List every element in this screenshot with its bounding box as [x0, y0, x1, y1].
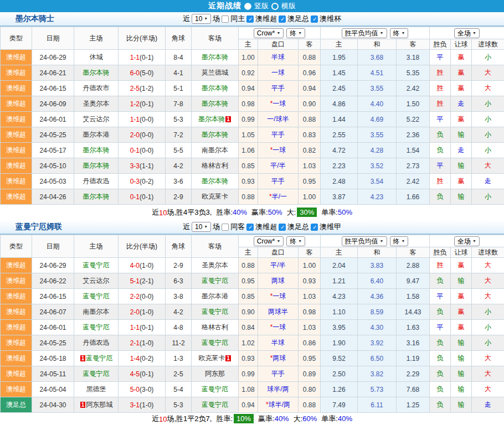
away-odds-cell: 0.95: [299, 351, 321, 366]
league-type-cell: 澳维超: [1, 351, 32, 366]
league1-label[interactable]: 澳维超: [255, 222, 277, 232]
league2-label[interactable]: 澳足总: [287, 222, 309, 232]
away-team-cell: 格林古利: [192, 320, 239, 335]
col-odds-home: 主: [239, 247, 258, 258]
result-cell: 负: [430, 304, 451, 320]
result-cell: 平: [430, 320, 451, 335]
bookmaker-select[interactable]: Crow*▼: [254, 28, 284, 38]
avg-draw-cell: 5.73: [358, 382, 397, 397]
col-score: 比分(半场): [119, 235, 166, 258]
stat-label: 赢率:: [258, 414, 275, 423]
odds-time-select[interactable]: 终▼: [286, 236, 305, 246]
fulltime-score: 6-0: [130, 69, 140, 77]
score-cell: 0-1(0-1): [119, 189, 166, 205]
home-odds-cell: 0.85: [239, 158, 258, 174]
team-name: 墨尔本骑: [202, 84, 228, 92]
goals-result-cell: 大: [472, 81, 504, 96]
league1-label[interactable]: 澳维超: [255, 14, 277, 24]
col-type: 类型: [1, 235, 32, 258]
table-row: 澳维超24-06-01蓝曼宁厄1-1(0-1)4-8格林古利0.84*一球1.0…: [1, 320, 504, 335]
away-odds-cell: 0.93: [299, 273, 321, 289]
recent-count-select[interactable]: 10▼: [192, 14, 211, 24]
league2-checkbox[interactable]: [279, 224, 286, 231]
league3-label[interactable]: 澳维甲: [320, 222, 341, 232]
away-team-cell: 墨尔本骑: [192, 127, 239, 143]
team2-summary: 近10场,胜1平2负7, 胜率:10%赢率:40%大:60%单率:40%: [0, 413, 504, 425]
league3-label[interactable]: 澳维杯: [320, 14, 341, 24]
home-team-cell: 墨尔本港: [74, 127, 119, 143]
chevron-down-icon: ▼: [472, 29, 476, 37]
league2-label[interactable]: 澳足总: [287, 14, 309, 24]
same-away-label[interactable]: 同客: [230, 222, 245, 232]
avg-home-cell: 1.45: [321, 65, 358, 81]
league-type-cell: 澳维超: [1, 258, 32, 273]
handicap-result-cell: 走: [451, 143, 472, 158]
team-name: 蓝曼宁厄: [202, 277, 228, 284]
avg-away-cell: 9.47: [397, 273, 430, 289]
same-home-checkbox[interactable]: [222, 15, 229, 23]
scope-select[interactable]: 全场▼: [454, 28, 480, 38]
section-header-team2: 蓝曼宁厄姆联 近 10▼ 场 同客 澳维超 澳足总 澳维甲: [0, 220, 504, 235]
handicap-result-cell: 输: [451, 189, 472, 205]
team1-summary: 近10场,胜4平3负3, 胜率:40%赢率:50%大:30%单率:50%: [0, 205, 504, 220]
avg-time-select[interactable]: 终▼: [390, 236, 409, 246]
avg-home-cell: 2.50: [321, 366, 358, 382]
away-team-cell: 墨尔本骑: [192, 50, 239, 65]
league1-checkbox[interactable]: [246, 15, 254, 23]
avg-odds-select[interactable]: 胜平负均值▼: [342, 236, 387, 246]
date-cell: 24-05-10: [32, 158, 74, 174]
avg-draw-cell: 8.59: [358, 304, 397, 320]
vertical-layout-radio[interactable]: [244, 3, 251, 10]
home-odds-cell: 0.99: [239, 112, 258, 127]
corner-cell: 5-3: [166, 397, 192, 413]
vertical-layout-label[interactable]: 竖版: [254, 1, 269, 11]
date-cell: 24-06-29: [32, 258, 74, 273]
corner-cell: 7-8: [166, 96, 192, 112]
fulltime-score: 2-5: [130, 85, 140, 92]
horizontal-layout-radio[interactable]: [271, 3, 279, 10]
handicap-cell: *半/一: [258, 189, 299, 205]
goals-result-cell: 小: [472, 189, 504, 205]
same-away-checkbox[interactable]: [222, 224, 229, 231]
odds-time-select[interactable]: 终▼: [286, 28, 305, 38]
avg-away-cell: 1.50: [397, 96, 430, 112]
scope-select[interactable]: 全场▼: [454, 236, 480, 246]
result-cell: 负: [430, 189, 451, 205]
handicap-cell: 一/球半: [258, 112, 299, 127]
league3-checkbox[interactable]: [311, 224, 318, 231]
promotion-badge: 1: [225, 116, 231, 122]
league3-checkbox[interactable]: [311, 15, 318, 23]
goals-result-cell: 小: [472, 143, 504, 158]
avg-odds-select[interactable]: 胜平负均值▼: [342, 28, 387, 38]
league-type-cell: 澳维超: [1, 96, 32, 112]
avg-away-cell: 2.88: [397, 258, 430, 273]
col-handicap: 盘口: [258, 39, 299, 50]
away-odds-cell: 1.03: [299, 289, 321, 304]
away-odds-cell: 1.03: [299, 158, 321, 174]
league2-checkbox[interactable]: [279, 15, 286, 23]
stat-value: 40%: [233, 208, 247, 216]
date-cell: 24-06-09: [32, 96, 74, 112]
team-name: 阿东那: [205, 370, 225, 377]
avg-away-cell: 1.58: [397, 289, 430, 304]
avg-time-select[interactable]: 终▼: [390, 28, 409, 38]
halftime-score: (0-0): [140, 293, 153, 300]
halftime-score: (1-0): [140, 401, 153, 409]
same-home-label[interactable]: 同主: [230, 14, 245, 24]
horizontal-layout-label[interactable]: 横版: [281, 1, 296, 11]
avg-draw-cell: 3.52: [358, 158, 397, 174]
avg-draw-cell: 3.83: [358, 258, 397, 273]
halftime-score: (1-0): [140, 262, 153, 269]
recent-count-select[interactable]: 10▼: [192, 222, 211, 232]
result-cell: 负: [430, 382, 451, 397]
league1-checkbox[interactable]: [246, 224, 254, 231]
date-cell: 24-05-04: [32, 382, 74, 397]
handicap-result-cell: 赢: [451, 50, 472, 65]
chevron-down-icon: ▼: [276, 29, 280, 37]
avg-home-cell: 2.23: [321, 158, 358, 174]
avg-away-cell: 7.68: [397, 382, 430, 397]
halftime-score: (0-2): [140, 355, 153, 362]
avg-away-cell: 1.19: [397, 351, 430, 366]
goals-result-cell: 大: [472, 351, 504, 366]
bookmaker-select[interactable]: Crow*▼: [254, 236, 284, 246]
